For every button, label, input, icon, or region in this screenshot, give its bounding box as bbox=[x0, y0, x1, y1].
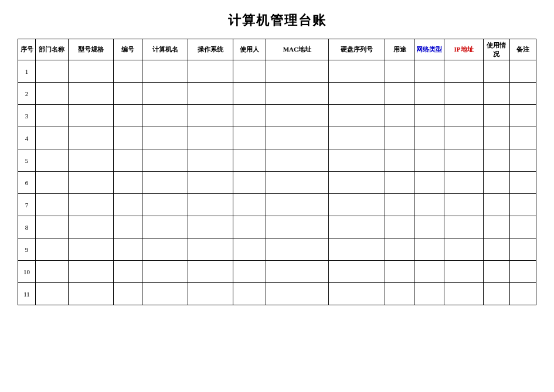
cell-data bbox=[328, 238, 385, 261]
cell-seq: 4 bbox=[18, 127, 36, 149]
th-usage: 用途 bbox=[385, 39, 414, 60]
cell-data bbox=[483, 127, 509, 149]
cell-data bbox=[328, 127, 385, 149]
cell-data bbox=[266, 194, 328, 216]
th-mac: MAC地址 bbox=[266, 39, 328, 60]
cell-data bbox=[142, 261, 188, 283]
cell-data bbox=[233, 149, 266, 172]
cell-data bbox=[188, 105, 233, 127]
cell-data bbox=[444, 261, 484, 283]
cell-data bbox=[68, 105, 113, 127]
cell-data bbox=[68, 194, 113, 216]
cell-seq: 2 bbox=[18, 83, 36, 105]
cell-data bbox=[385, 83, 414, 105]
cell-data bbox=[266, 283, 328, 305]
cell-data bbox=[414, 149, 444, 172]
cell-data bbox=[233, 105, 266, 127]
cell-data bbox=[142, 105, 188, 127]
cell-data bbox=[114, 216, 142, 238]
cell-data bbox=[483, 283, 509, 305]
cell-data bbox=[328, 194, 385, 216]
cell-seq: 10 bbox=[18, 261, 36, 283]
th-code: 编号 bbox=[114, 39, 142, 60]
cell-data bbox=[36, 60, 69, 83]
cell-data bbox=[36, 149, 69, 172]
cell-data bbox=[142, 149, 188, 172]
cell-seq: 5 bbox=[18, 149, 36, 172]
cell-data bbox=[444, 283, 484, 305]
th-hdd: 硬盘序列号 bbox=[328, 39, 385, 60]
computer-management-table: 序号 部门名称 型号规格 编号 计算机名 操作系统 使用人 MAC地址 硬盘序列… bbox=[18, 39, 536, 305]
cell-seq: 7 bbox=[18, 194, 36, 216]
cell-data bbox=[414, 127, 444, 149]
cell-data bbox=[414, 83, 444, 105]
table-row: 11 bbox=[18, 283, 536, 305]
cell-data bbox=[233, 194, 266, 216]
cell-seq: 11 bbox=[18, 283, 36, 305]
th-ip: IP地址 bbox=[444, 39, 484, 60]
cell-data bbox=[142, 238, 188, 261]
table-row: 1 bbox=[18, 60, 536, 83]
cell-data bbox=[483, 261, 509, 283]
cell-data bbox=[114, 194, 142, 216]
cell-data bbox=[509, 216, 536, 238]
cell-data bbox=[36, 105, 69, 127]
cell-data bbox=[68, 238, 113, 261]
table-row: 2 bbox=[18, 83, 536, 105]
cell-data bbox=[68, 283, 113, 305]
cell-data bbox=[509, 149, 536, 172]
cell-data bbox=[483, 172, 509, 194]
cell-data bbox=[444, 216, 484, 238]
table-row: 8 bbox=[18, 216, 536, 238]
cell-data bbox=[188, 83, 233, 105]
cell-data bbox=[36, 172, 69, 194]
cell-data bbox=[444, 194, 484, 216]
cell-data bbox=[114, 83, 142, 105]
cell-data bbox=[68, 127, 113, 149]
table-header-row: 序号 部门名称 型号规格 编号 计算机名 操作系统 使用人 MAC地址 硬盘序列… bbox=[18, 39, 536, 60]
table-row: 4 bbox=[18, 127, 536, 149]
cell-data bbox=[509, 127, 536, 149]
cell-data bbox=[444, 105, 484, 127]
cell-data bbox=[68, 83, 113, 105]
cell-data bbox=[233, 83, 266, 105]
cell-data bbox=[114, 172, 142, 194]
cell-data bbox=[509, 194, 536, 216]
cell-data bbox=[328, 83, 385, 105]
th-network: 网络类型 bbox=[414, 39, 444, 60]
cell-data bbox=[509, 261, 536, 283]
cell-data bbox=[385, 261, 414, 283]
cell-data bbox=[142, 172, 188, 194]
cell-data bbox=[114, 149, 142, 172]
cell-data bbox=[36, 194, 69, 216]
cell-data bbox=[142, 194, 188, 216]
cell-data bbox=[509, 105, 536, 127]
cell-data bbox=[483, 238, 509, 261]
cell-data bbox=[483, 83, 509, 105]
cell-seq: 6 bbox=[18, 172, 36, 194]
cell-data bbox=[233, 127, 266, 149]
table-row: 3 bbox=[18, 105, 536, 127]
cell-data bbox=[36, 216, 69, 238]
cell-data bbox=[266, 60, 328, 83]
cell-data bbox=[414, 261, 444, 283]
th-os: 操作系统 bbox=[188, 39, 233, 60]
cell-data bbox=[328, 149, 385, 172]
cell-data bbox=[385, 238, 414, 261]
cell-data bbox=[444, 60, 484, 83]
cell-data bbox=[142, 216, 188, 238]
page-title: 计算机管理台账 bbox=[228, 12, 327, 29]
cell-data bbox=[36, 238, 69, 261]
cell-data bbox=[414, 216, 444, 238]
cell-seq: 8 bbox=[18, 216, 36, 238]
cell-data bbox=[188, 60, 233, 83]
cell-data bbox=[266, 83, 328, 105]
cell-data bbox=[509, 83, 536, 105]
cell-data bbox=[483, 216, 509, 238]
cell-data bbox=[142, 127, 188, 149]
cell-data bbox=[385, 60, 414, 83]
cell-data bbox=[114, 60, 142, 83]
cell-data bbox=[114, 283, 142, 305]
cell-data bbox=[509, 283, 536, 305]
cell-data bbox=[114, 127, 142, 149]
